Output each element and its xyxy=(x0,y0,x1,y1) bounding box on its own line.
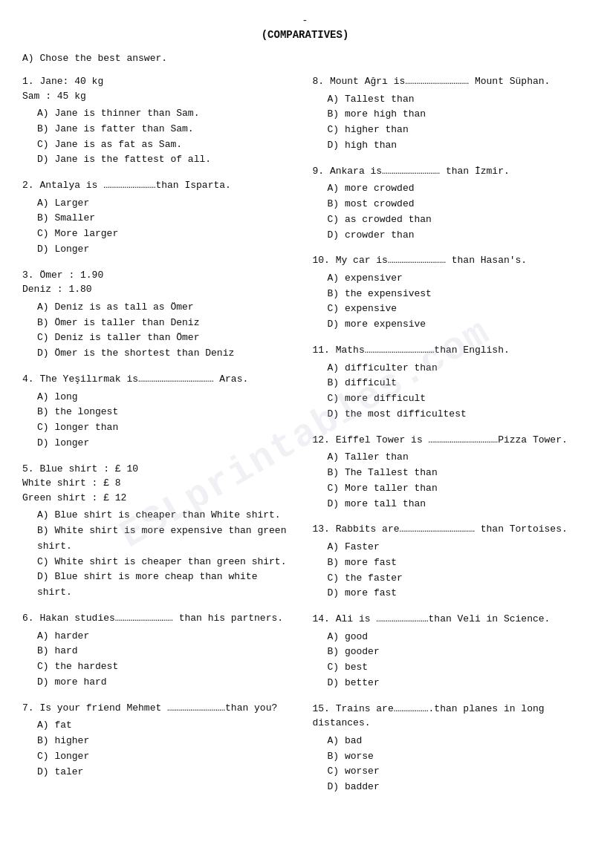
option-row: D) longer xyxy=(37,436,298,451)
option-row: A) Larger xyxy=(37,196,298,212)
question-block: 9. Ankara is………………………… than İzmir.A) mor… xyxy=(313,164,588,244)
right-column: 8. Mount Ağrı is…………………………… Mount Süphan… xyxy=(313,74,588,806)
option-row: C) the hardest xyxy=(37,659,298,675)
option-row: A) more crowded xyxy=(328,181,588,197)
option-row: C) longer than xyxy=(37,420,298,436)
question-stem: 13. Rabbits are………………………………… than Tortoi… xyxy=(313,522,588,537)
option-row: C) longer xyxy=(37,749,298,765)
stem-line: 12. Eiffel Tower is ………………………………Pizza To… xyxy=(313,434,568,446)
options-list: A) FasterB) more fastC) the fasterD) mor… xyxy=(328,540,588,601)
stem-line: 10. My car is………………………… than Hasan's. xyxy=(313,255,528,266)
stem-line: Deniz : 1.80 xyxy=(22,284,92,295)
option-row: A) Deniz is as tall as Ömer xyxy=(37,300,298,316)
question-stem: 8. Mount Ağrı is…………………………… Mount Süphan… xyxy=(313,74,588,89)
options-list: A) fatB) higherC) longerD) taler xyxy=(37,718,298,780)
option-row: D) crowder than xyxy=(328,228,588,244)
question-stem: 11. Maths………………………………than English. xyxy=(313,343,588,358)
option-row: D) more tall than xyxy=(328,497,588,512)
stem-line: 3. Ömer : 1.90 xyxy=(22,270,103,281)
question-block: 13. Rabbits are………………………………… than Tortoi… xyxy=(313,522,588,601)
option-row: A) Taller than xyxy=(328,450,588,466)
stem-line: 5. Blue shirt : £ 10 xyxy=(22,463,138,474)
options-list: A) Jane is thinner than Sam.B) Jane is f… xyxy=(37,106,298,168)
option-row: D) Ömer is the shortest than Deniz xyxy=(37,346,298,362)
option-row: A) Jane is thinner than Sam. xyxy=(37,106,298,122)
question-block: 5. Blue shirt : £ 10 White shirt : £ 8 G… xyxy=(22,462,298,601)
question-block: 15. Trains are……………….than planes in long… xyxy=(313,702,588,795)
options-list: A) difficulter thanB) difficultC) more d… xyxy=(328,361,588,422)
options-list: A) Tallest thanB) more high thanC) highe… xyxy=(328,92,588,154)
option-row: A) bad xyxy=(328,734,588,749)
question-stem: 4. The Yeşilırmak is………………………………… Aras. xyxy=(22,372,298,387)
option-row: A) Tallest than xyxy=(328,92,588,108)
option-row: D) more expensive xyxy=(328,317,588,333)
option-row: C) More taller than xyxy=(328,481,588,497)
stem-line: 6. Hakan studies………………………… than his part… xyxy=(22,613,283,624)
options-list: A) harderB) hardC) the hardestD) more ha… xyxy=(37,629,298,691)
option-row: C) higher than xyxy=(328,123,588,138)
option-row: D) more hard xyxy=(37,675,298,691)
option-row: D) badder xyxy=(328,780,588,795)
question-block: 14. Ali is ………………………than Veli in Science… xyxy=(313,612,588,691)
options-list: A) goodB) gooderC) bestD) better xyxy=(328,630,588,691)
question-block: 7. Is your friend Mehmet …………………………than … xyxy=(22,701,298,780)
option-row: B) The Tallest than xyxy=(328,466,588,481)
option-row: B) Smaller xyxy=(37,211,298,226)
question-stem: 12. Eiffel Tower is ………………………………Pizza To… xyxy=(313,433,588,448)
question-stem: 6. Hakan studies………………………… than his part… xyxy=(22,611,298,626)
stem-line: Green shirt : £ 12 xyxy=(22,492,126,503)
options-list: A) LargerB) SmallerC) More largerD) Long… xyxy=(37,196,298,258)
option-row: A) difficulter than xyxy=(328,361,588,376)
question-block: 3. Ömer : 1.90 Deniz : 1.80A) Deniz is a… xyxy=(22,268,298,362)
option-row: B) more fast xyxy=(328,555,588,571)
option-row: B) Ömer is taller than Deniz xyxy=(37,316,298,331)
question-block: 10. My car is………………………… than Hasan's.A) … xyxy=(313,253,588,333)
option-row: B) the expensivest xyxy=(328,287,588,302)
option-row: B) more high than xyxy=(328,107,588,123)
stem-line: 11. Maths………………………………than English. xyxy=(313,345,510,356)
option-row: D) Longer xyxy=(37,242,298,258)
option-row: B) White shirt is more expensive than gr… xyxy=(37,523,298,555)
question-stem: 7. Is your friend Mehmet …………………………than … xyxy=(22,701,298,716)
stem-line: White shirt : £ 8 xyxy=(22,477,121,489)
option-row: C) expensive xyxy=(328,301,588,317)
option-row: B) gooder xyxy=(328,645,588,660)
options-list: A) Deniz is as tall as ÖmerB) Ömer is ta… xyxy=(37,300,298,362)
options-list: A) badB) worseC) worserD) badder xyxy=(328,734,588,795)
option-row: A) fat xyxy=(37,718,298,734)
option-row: C) White shirt is cheaper than green shi… xyxy=(37,555,298,570)
option-row: D) taler xyxy=(37,765,298,780)
option-row: B) hard xyxy=(37,644,298,659)
option-row: B) Jane is fatter than Sam. xyxy=(37,122,298,137)
option-row: A) long xyxy=(37,390,298,405)
question-block: 11. Maths………………………………than English.A) dif… xyxy=(313,343,588,422)
options-list: A) Blue shirt is cheaper than White shir… xyxy=(37,508,298,601)
stem-line: Sam : 45 kg xyxy=(22,91,86,102)
option-row: C) More larger xyxy=(37,226,298,242)
stem-line: 8. Mount Ağrı is…………………………… Mount Süphan… xyxy=(313,76,551,87)
page-title: (COMPARATIVES) xyxy=(22,29,588,41)
option-row: A) expensiver xyxy=(328,271,588,287)
question-stem: 1. Jane: 40 kg Sam : 45 kg xyxy=(22,74,298,103)
stem-line: 14. Ali is ………………………than Veli in Science… xyxy=(313,613,551,624)
option-row: D) more fast xyxy=(328,586,588,601)
stem-line: 9. Ankara is………………………… than İzmir. xyxy=(313,166,510,177)
option-row: D) Jane is the fattest of all. xyxy=(37,152,298,168)
option-row: D) high than xyxy=(328,138,588,154)
option-row: A) harder xyxy=(37,629,298,645)
instruction: A) Chose the best answer. xyxy=(22,53,588,64)
question-stem: 3. Ömer : 1.90 Deniz : 1.80 xyxy=(22,268,298,297)
left-column: 1. Jane: 40 kg Sam : 45 kgA) Jane is thi… xyxy=(22,74,298,806)
option-row: B) most crowded xyxy=(328,197,588,212)
question-block: 1. Jane: 40 kg Sam : 45 kgA) Jane is thi… xyxy=(22,74,298,168)
options-list: A) more crowdedB) most crowdedC) as crow… xyxy=(328,181,588,243)
options-list: A) expensiverB) the expensivestC) expens… xyxy=(328,271,588,333)
option-row: C) as crowded than xyxy=(328,212,588,228)
stem-line: 13. Rabbits are………………………………… than Tortoi… xyxy=(313,523,568,535)
option-row: D) Blue shirt is more cheap than white s… xyxy=(37,570,298,601)
question-block: 12. Eiffel Tower is ………………………………Pizza To… xyxy=(313,433,588,512)
question-block: 2. Antalya is ………………………than Isparta.A) L… xyxy=(22,178,298,258)
question-stem: 5. Blue shirt : £ 10 White shirt : £ 8 G… xyxy=(22,462,298,506)
option-row: D) better xyxy=(328,676,588,691)
option-row: C) Deniz is taller than Ömer xyxy=(37,330,298,346)
